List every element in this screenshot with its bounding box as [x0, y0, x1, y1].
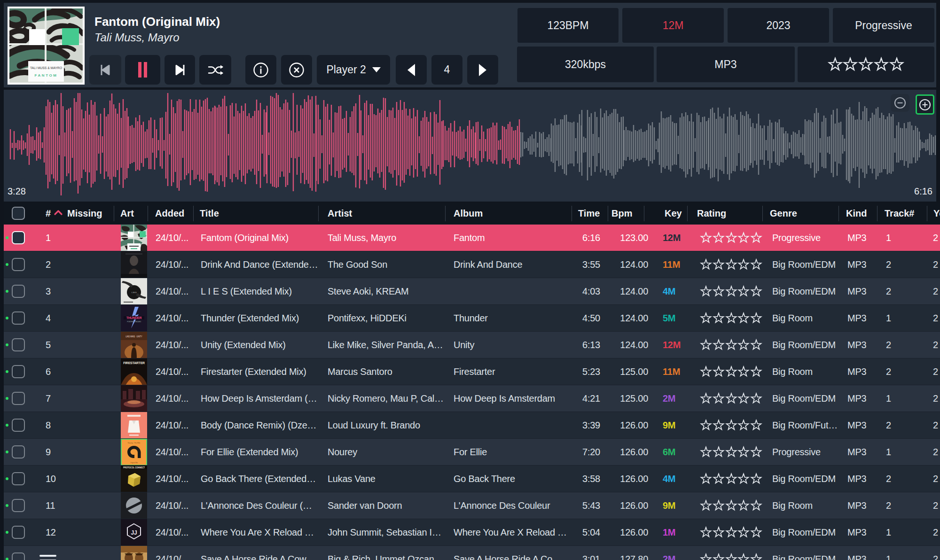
- svg-text:Nourey · For Ellie: Nourey · For Ellie: [128, 442, 141, 444]
- svg-text:FANTOM: FANTOM: [34, 73, 57, 78]
- svg-text:L I E S: L I E S: [132, 291, 137, 294]
- svg-text:THUNDER: THUNDER: [126, 316, 142, 319]
- svg-text:Original Mix: Original Mix: [130, 462, 138, 464]
- svg-text:PONTIFEXX HIDDEKI: PONTIFEXX HIDDEKI: [127, 321, 141, 323]
- svg-text:PROTOCOL CONNECT: PROTOCOL CONNECT: [123, 467, 145, 469]
- svg-text:TALI MUSS & MAYRO: TALI MUSS & MAYRO: [30, 66, 62, 70]
- svg-text:FIRESTARTER: FIRESTARTER: [123, 361, 145, 365]
- svg-text:JJ: JJ: [131, 529, 137, 536]
- svg-text:LIKE MIKE · UNITY: LIKE MIKE · UNITY: [125, 335, 142, 338]
